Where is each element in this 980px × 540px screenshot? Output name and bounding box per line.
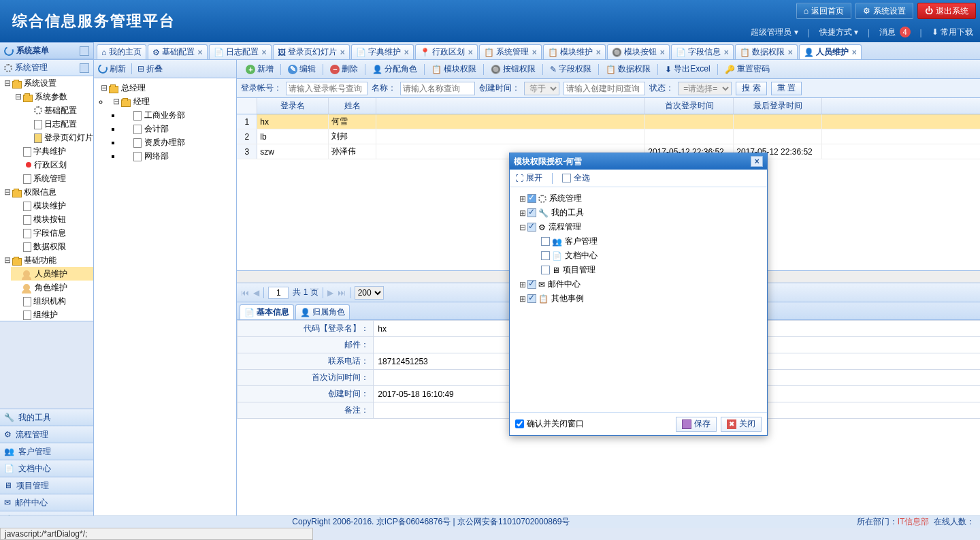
- tree-field-info[interactable]: 字段信息: [11, 226, 93, 240]
- org-collapse-button[interactable]: ⊟ 折叠: [137, 63, 163, 75]
- panel-toggle-icon[interactable]: [80, 63, 89, 73]
- tab-close-icon[interactable]: ×: [404, 48, 409, 57]
- tree-log-conf[interactable]: 日志配置: [22, 117, 93, 131]
- tab-sys-mgmt[interactable]: 📋 系统管理×: [479, 44, 542, 59]
- tab-admin-div[interactable]: 📍 行政区划×: [415, 44, 478, 59]
- logout-button[interactable]: ⏻ 退出系统: [917, 3, 976, 19]
- refresh-icon[interactable]: [3, 45, 15, 57]
- add-button[interactable]: +新增: [241, 62, 278, 77]
- tab-data-perm[interactable]: 📋 数据权限×: [735, 44, 798, 59]
- delete-button[interactable]: −删除: [325, 62, 363, 77]
- tab-module-maint[interactable]: 📋 模块维护×: [543, 44, 606, 59]
- org-root[interactable]: ⊟ 总经理: [97, 81, 233, 95]
- detail-tab-basic[interactable]: 📄 基本信息: [240, 304, 294, 319]
- checkbox-icon[interactable]: [527, 294, 536, 303]
- checkbox-icon[interactable]: [527, 280, 536, 289]
- tab-close-icon[interactable]: ×: [262, 48, 267, 57]
- perm-my-tools[interactable]: ⊞🔧 我的工具: [515, 206, 762, 220]
- perm-proj-mgmt[interactable]: 🖥 项目管理: [529, 263, 762, 277]
- tab-close-icon[interactable]: ×: [468, 48, 473, 57]
- col-first-login[interactable]: 首次登录时间: [645, 98, 734, 114]
- data-perm-button[interactable]: 📋 数据权限: [601, 62, 655, 77]
- col-name[interactable]: 姓名: [329, 98, 376, 114]
- checkbox-icon[interactable]: [527, 208, 536, 217]
- tree-login-slides[interactable]: 登录页幻灯片: [22, 131, 93, 144]
- tree-group-maint[interactable]: 组维护: [11, 308, 93, 321]
- tab-module-btn[interactable]: 🔘 模块按钮×: [607, 44, 670, 59]
- pager-size-select[interactable]: 200: [355, 286, 384, 300]
- org-manager[interactable]: ⊟ 经理: [109, 95, 233, 108]
- tab-close-icon[interactable]: ×: [660, 48, 665, 57]
- filter-name-input[interactable]: [400, 82, 475, 95]
- tree-base-func[interactable]: ⊟ 基础功能: [0, 253, 93, 267]
- export-excel-button[interactable]: ⬇ 导出Excel: [660, 62, 715, 77]
- col-login[interactable]: 登录名: [257, 98, 329, 114]
- expand-button[interactable]: ⛶ 展开: [515, 172, 542, 184]
- tree-person-maint[interactable]: 人员维护: [11, 267, 93, 281]
- reset-pwd-button[interactable]: 🔑 重置密码: [720, 62, 774, 77]
- tree-role-maint[interactable]: 角色维护: [11, 281, 93, 294]
- checkbox-icon[interactable]: [541, 266, 550, 274]
- tree-dict-maint[interactable]: 字典维护: [11, 144, 93, 158]
- home-button[interactable]: ⌂ 返回首页: [796, 3, 851, 19]
- field-perm-button[interactable]: ✎ 字段权限: [545, 62, 596, 77]
- checkbox-icon[interactable]: [541, 251, 550, 260]
- tab-close-icon[interactable]: ×: [596, 48, 601, 57]
- current-user[interactable]: 超级管理员 ▾: [751, 27, 798, 38]
- module-perm-button[interactable]: 📋 模块权限: [427, 62, 481, 77]
- tab-close-icon[interactable]: ×: [340, 48, 345, 57]
- tab-dict-maint[interactable]: 📄 字典维护×: [351, 44, 414, 59]
- acc-doc-center[interactable]: 📄 文档中心: [0, 460, 93, 477]
- table-row[interactable]: 2 lb 刘邦: [237, 129, 980, 144]
- tree-module-btn[interactable]: 模块按钮: [11, 212, 93, 226]
- col-last-login[interactable]: 最后登录时间: [734, 98, 822, 114]
- tree-org-maint[interactable]: 组织机构: [11, 294, 93, 308]
- table-row[interactable]: 1 hx 何雪: [237, 114, 980, 129]
- org-dept-3[interactable]: 网络部: [121, 149, 233, 163]
- tree-module-maint[interactable]: 模块维护: [11, 199, 93, 212]
- tab-base-conf[interactable]: ⚙ 基础配置×: [148, 44, 208, 59]
- filter-create-input[interactable]: [564, 82, 645, 95]
- col-remark[interactable]: 备注: [822, 98, 980, 114]
- tree-data-perm[interactable]: 数据权限: [11, 240, 93, 253]
- sidebar-sysmgmt-header[interactable]: 系统管理: [0, 59, 93, 76]
- perm-sys-mgmt[interactable]: ⊞ 系统管理: [515, 191, 762, 206]
- tree-sys-params[interactable]: ⊟ 系统参数: [11, 90, 93, 104]
- tab-login-slides[interactable]: 🖼 登录页幻灯片×: [273, 44, 350, 59]
- tree-sys-settings[interactable]: ⊟ 系统设置: [0, 76, 93, 90]
- filter-login-input[interactable]: [286, 82, 368, 95]
- tree-base-conf[interactable]: 基础配置: [22, 104, 93, 117]
- org-dept-0[interactable]: 工商业务部: [121, 108, 233, 122]
- pager-first[interactable]: ⏮: [241, 288, 249, 298]
- tab-close-icon[interactable]: ×: [788, 48, 793, 57]
- select-all-button[interactable]: 全选: [562, 172, 590, 184]
- pager-last[interactable]: ⏭: [338, 288, 346, 298]
- tab-close-icon[interactable]: ×: [532, 48, 537, 57]
- pager-prev[interactable]: ◀: [253, 288, 259, 298]
- acc-mail-center[interactable]: ✉ 邮件中心: [0, 494, 93, 511]
- org-dept-2[interactable]: 资质办理部: [121, 136, 233, 149]
- reset-button[interactable]: 重 置: [771, 82, 802, 95]
- pager-next[interactable]: ▶: [327, 288, 333, 298]
- checkbox-icon[interactable]: [541, 237, 550, 246]
- tab-home[interactable]: ⌂ 我的主页: [97, 44, 146, 59]
- perm-flow-mgmt[interactable]: ⊟⚙ 流程管理: [515, 220, 762, 234]
- org-dept-1[interactable]: 会计部: [121, 122, 233, 136]
- pager-page-input[interactable]: [268, 287, 289, 299]
- tab-log-conf[interactable]: 📄 日志配置×: [209, 44, 272, 59]
- tab-person-maint[interactable]: 👤 人员维护×: [799, 44, 862, 59]
- shortcut-menu[interactable]: 快捷方式 ▾: [819, 27, 858, 38]
- filter-state-select[interactable]: =请选择=: [678, 82, 732, 95]
- checkbox-icon[interactable]: [527, 194, 536, 203]
- tab-field-info[interactable]: 📄 字段信息×: [671, 44, 734, 59]
- tab-close-icon[interactable]: ×: [724, 48, 729, 57]
- settings-button[interactable]: ⚙ 系统设置: [855, 3, 913, 19]
- tree-sys-mgmt[interactable]: 系统管理: [11, 172, 93, 185]
- perm-other-case[interactable]: ⊞📋 其他事例: [515, 291, 762, 306]
- search-button[interactable]: 搜 索: [736, 82, 766, 95]
- dialog-title-bar[interactable]: 模块权限授权-何雪 ×: [510, 153, 767, 170]
- tree-admin-div[interactable]: 行政区划: [11, 158, 93, 172]
- acc-proj-mgmt[interactable]: 🖥 项目管理: [0, 477, 93, 494]
- download-link[interactable]: ⬇ 常用下载: [932, 27, 973, 38]
- edit-button[interactable]: ✎编辑: [283, 62, 321, 77]
